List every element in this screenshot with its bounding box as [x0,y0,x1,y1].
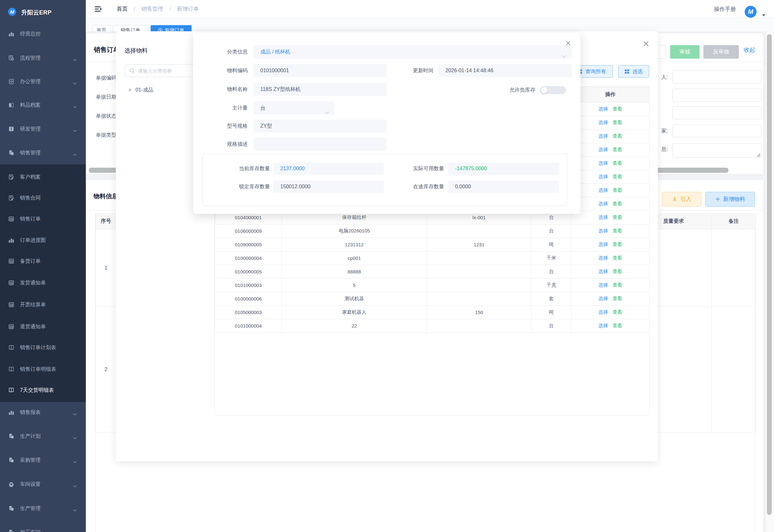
negative-stock-toggle[interactable] [540,86,566,94]
breadcrumb-home[interactable]: 首页 [117,6,128,12]
view-link[interactable]: 查看 [613,255,622,261]
category-select[interactable]: 成品 / 纸杯机 [253,45,572,58]
collapse-link[interactable]: 收起 [744,46,755,54]
audit-button[interactable]: 审核 [670,45,700,59]
cell-remark[interactable] [712,229,756,307]
sidebar-item-0[interactable]: 经营总控 [0,26,86,42]
sidebar-item-4[interactable]: 研发管理 [0,121,86,137]
sidebar-item-1[interactable]: 流程管理 [0,50,86,66]
select-link[interactable]: 选择 [599,133,608,139]
updated-input[interactable]: 2026-01-14 14:48:46 [439,64,572,77]
select-link[interactable]: 选择 [599,201,608,206]
locked-field[interactable]: 150012.0000 [273,181,384,193]
sidebar-item-19[interactable]: 采购管理 [0,452,86,468]
select-link[interactable]: 选择 [599,214,608,220]
import-button[interactable]: 引入 [662,192,701,207]
form-input-r2[interactable] [672,89,761,102]
transit-field[interactable]: 0.0000 [448,181,559,193]
sidebar-item-10[interactable]: 备货订单 [0,253,86,269]
label-current-stock: 当前库存数量 [218,165,270,172]
view-link[interactable]: 查看 [613,201,622,206]
view-link[interactable]: 查看 [613,174,622,179]
material-detail-dialog: ✕ 分类信息 成品 / 纸杯机 物料编码 0101000001 更新时间 202… [193,33,581,214]
sidebar-item-15[interactable]: 销售订单明细表 [0,361,86,377]
select-link[interactable]: 选择 [599,282,608,288]
select-link[interactable]: 选择 [599,269,608,274]
form-input-r3[interactable] [672,106,761,119]
close-icon[interactable]: ✕ [642,41,650,47]
available-field[interactable]: -147875.0000 [448,163,559,175]
sidebar-item-14[interactable]: 销售订单计划表 [0,340,86,355]
select-link[interactable]: 选择 [599,323,608,328]
view-link[interactable]: 查看 [613,120,622,125]
select-link[interactable]: 选择 [599,147,608,152]
sidebar-item-16[interactable]: 7天交货明细表 [0,382,86,398]
code-input[interactable]: 0101000001 [253,64,386,77]
vertical-scrollbar-track[interactable] [766,31,774,532]
select-link[interactable]: 选择 [599,174,608,179]
form-input-r1[interactable] [672,71,761,84]
view-link[interactable]: 查看 [613,187,622,193]
view-link[interactable]: 查看 [613,296,622,301]
tab-new-order[interactable]: 新增订单 [151,25,192,31]
select-link[interactable]: 选择 [599,120,608,125]
sidebar-item-3[interactable]: 料品档案 [0,97,86,113]
sidebar-item-6[interactable]: 客户档案 [0,169,86,185]
select-link[interactable]: 选择 [599,187,608,193]
view-link[interactable]: 查看 [613,228,622,233]
name-input[interactable]: 118S ZY型纸杯机 [253,83,386,96]
manual-link[interactable]: 操作手册 [714,5,736,13]
unaudit-button[interactable]: 反审核 [703,45,739,59]
current-stock-field[interactable]: 2137.0000 [273,163,384,175]
unit-select[interactable]: 台 [253,102,334,114]
sidebar-item-11[interactable]: 发货通知单 [0,275,86,291]
sidebar-item-20[interactable]: 车间设置 [0,477,86,492]
select-link[interactable]: 选择 [599,228,608,233]
view-link[interactable]: 查看 [613,133,622,139]
select-link[interactable]: 选择 [599,296,608,301]
sidebar-item-18[interactable]: 生产计划 [0,429,86,444]
desc-input[interactable] [253,138,386,151]
textarea-resize-handle[interactable] [757,153,760,156]
sidebar-fold-icon[interactable] [93,4,104,14]
select-link[interactable]: 选择 [599,160,608,166]
select-link[interactable]: 选择 [599,255,608,261]
view-link[interactable]: 查看 [613,106,622,112]
sidebar-item-22[interactable]: 加工车间 [0,525,86,532]
view-link[interactable]: 查看 [613,323,622,328]
tab-sales-order[interactable]: 销售订单 [113,25,148,31]
sidebar-item-2[interactable]: 办公管理 [0,74,86,89]
view-link[interactable]: 查看 [613,269,622,274]
view-link[interactable]: 查看 [613,160,622,166]
select-link[interactable]: 选择 [599,309,608,315]
select-link[interactable]: 选择 [599,241,608,247]
view-link[interactable]: 查看 [613,309,622,315]
user-menu-caret-icon[interactable] [762,14,765,16]
view-link[interactable]: 查看 [613,214,622,220]
multi-select-button[interactable]: 连选 [618,65,649,78]
add-material-button[interactable]: 新增物料 [705,192,755,207]
view-link[interactable]: 查看 [613,282,622,288]
view-link[interactable]: 查看 [613,241,622,247]
form-textarea[interactable] [672,143,762,158]
tab-home[interactable]: 首页 [93,25,110,31]
sidebar-item-7[interactable]: 销售合同 [0,190,86,206]
sidebar-item-12[interactable]: 开票结算单 [0,297,86,312]
sidebar-item-9[interactable]: 订单进度图 [0,232,86,248]
cell-remark[interactable] [712,307,756,432]
user-avatar[interactable]: M [745,6,757,18]
breadcrumb-sales[interactable]: 销售管理 [141,6,163,12]
sidebar-item-8[interactable]: 销售订单 [0,211,86,227]
sidebar-item-13[interactable]: 退货通知单 [0,319,86,334]
sidebar-item-17[interactable]: 销售报表 [0,405,86,420]
sidebar-item-5[interactable]: 销售管理 [0,145,86,161]
model-input[interactable]: ZY型 [253,120,386,133]
view-link[interactable]: 查看 [613,147,622,152]
vertical-scrollbar-thumb[interactable] [767,34,772,515]
sidebar-item-21[interactable]: 生产管理 [0,501,86,516]
select-link[interactable]: 选择 [599,106,608,112]
form-input-r4[interactable] [672,124,761,137]
app-logo[interactable]: M 升阳云ERP [0,0,86,23]
label-negative-stock: 允许负库存 [487,87,535,94]
tree-expand-caret-icon[interactable] [129,88,132,92]
